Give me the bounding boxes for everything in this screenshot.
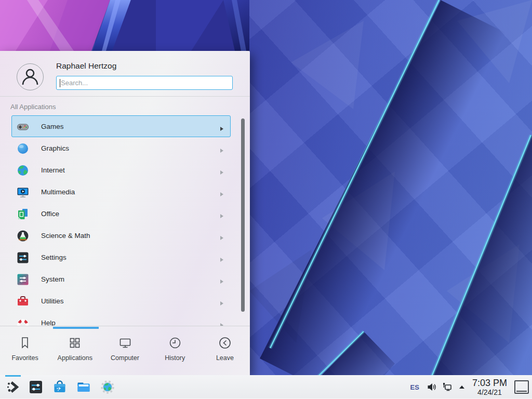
category-row-science-math[interactable]: Science & Math — [11, 224, 231, 246]
launcher-tab-bar: Favorites Applications Computer — [0, 328, 250, 375]
documents-icon — [16, 207, 30, 221]
show-desktop-button[interactable] — [514, 380, 529, 394]
submenu-arrow-icon — [220, 211, 224, 221]
monitor-play-icon — [16, 185, 30, 199]
system-sliders-icon — [16, 273, 30, 286]
discover-button[interactable] — [52, 379, 68, 395]
digital-clock[interactable]: 7:03 PM 4/24/21 — [472, 378, 507, 396]
category-row-internet[interactable]: Internet — [11, 159, 231, 181]
sliders-icon — [16, 251, 30, 264]
application-launcher-popup: Raphael Hertzog Search... All Applicatio… — [0, 51, 250, 375]
web-browser-icon — [100, 379, 115, 395]
submenu-arrow-icon — [220, 233, 224, 243]
category-label: Graphics — [41, 144, 69, 152]
text-caret — [60, 79, 60, 87]
tab-leave[interactable]: Leave — [200, 328, 250, 375]
category-row-utilities[interactable]: Utilities — [11, 290, 231, 312]
category-label: System — [41, 275, 64, 283]
search-input[interactable]: Search... — [56, 76, 233, 90]
app-grid-icon — [68, 336, 82, 350]
bookmark-icon — [18, 336, 32, 350]
category-row-system[interactable]: System — [11, 268, 231, 290]
submenu-arrow-icon — [220, 277, 224, 286]
submenu-arrow-icon — [220, 124, 224, 134]
user-name: Raphael Hertzog — [56, 61, 116, 71]
tab-computer[interactable]: Computer — [100, 328, 150, 375]
computer-icon — [118, 336, 132, 350]
submenu-arrow-icon — [220, 321, 224, 326]
category-row-office[interactable]: Office — [11, 203, 231, 224]
category-list: Games Graphics — [11, 115, 231, 326]
tab-history[interactable]: History — [150, 328, 200, 375]
tab-label: Applications — [58, 354, 92, 362]
header-divider — [0, 96, 250, 97]
leave-circle-icon — [218, 336, 232, 350]
footer-divider — [0, 326, 250, 326]
category-label: Utilities — [41, 297, 64, 305]
system-tray: ES 7:03 PM 4/24/21 — [410, 375, 529, 399]
tab-label: Computer — [111, 354, 139, 362]
system-settings-icon — [28, 379, 44, 395]
clock-time: 7:03 PM — [472, 378, 507, 388]
category-row-multimedia[interactable]: Multimedia — [11, 181, 231, 203]
file-manager-icon — [76, 379, 91, 395]
submenu-arrow-icon — [220, 146, 224, 155]
category-label: Office — [41, 210, 59, 218]
lifebuoy-icon — [16, 316, 30, 326]
system-settings-button[interactable] — [28, 379, 44, 395]
category-label: Help — [41, 319, 56, 326]
kde-launcher-button[interactable] — [5, 379, 21, 395]
tab-label: Favorites — [11, 354, 38, 362]
tab-label: Leave — [216, 354, 234, 362]
kde-launcher-icon — [5, 379, 21, 395]
submenu-arrow-icon — [220, 168, 224, 177]
globe-icon — [16, 164, 30, 177]
web-browser-button[interactable] — [100, 379, 115, 395]
tab-label: History — [165, 354, 185, 362]
clock-date: 4/24/21 — [472, 389, 507, 396]
section-label: All Applications — [10, 103, 56, 111]
scrollbar[interactable] — [241, 118, 245, 312]
submenu-arrow-icon — [220, 299, 224, 308]
history-clock-icon — [168, 336, 182, 350]
category-label: Settings — [41, 254, 66, 261]
category-row-graphics[interactable]: Graphics — [11, 137, 231, 159]
category-label: Games — [41, 123, 64, 130]
search-placeholder: Search... — [61, 79, 88, 87]
toolbox-icon — [16, 295, 30, 308]
network-icon[interactable] — [442, 382, 453, 392]
submenu-arrow-icon — [220, 190, 224, 199]
category-label: Science & Math — [41, 232, 90, 240]
category-label: Internet — [41, 166, 65, 174]
category-row-help[interactable]: Help — [11, 312, 231, 326]
category-row-settings[interactable]: Settings — [11, 246, 231, 268]
tab-applications[interactable]: Applications — [50, 328, 100, 375]
discover-icon — [52, 379, 68, 395]
tab-favorites[interactable]: Favorites — [0, 328, 50, 375]
keyboard-layout-indicator[interactable]: ES — [410, 383, 419, 391]
flask-icon — [16, 229, 30, 243]
submenu-arrow-icon — [220, 255, 224, 264]
category-row-games[interactable]: Games — [11, 115, 231, 137]
gamepad-icon — [16, 120, 30, 134]
file-manager-button[interactable] — [76, 379, 91, 395]
paint-sphere-icon — [16, 142, 30, 155]
volume-icon[interactable] — [427, 382, 437, 392]
tray-expand-arrow-icon[interactable] — [458, 383, 466, 391]
launcher-active-indicator — [5, 375, 21, 377]
category-label: Multimedia — [41, 188, 75, 196]
taskbar-panel: ES 7:03 PM 4/24/21 — [0, 375, 532, 399]
user-avatar-icon[interactable] — [17, 63, 44, 90]
